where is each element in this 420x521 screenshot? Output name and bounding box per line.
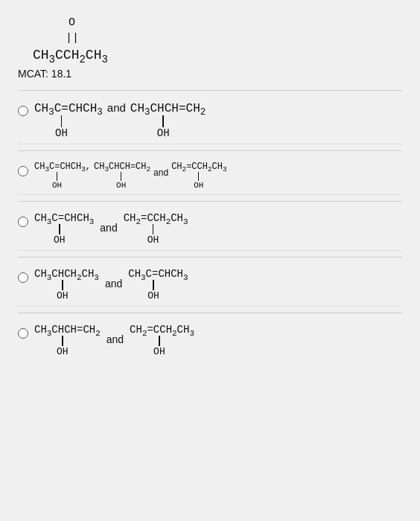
option-b-compound1b: CH3CHCH=CH2 OH (94, 162, 150, 190)
d-comp1-formula: CH3CHCH2CH3 (34, 268, 99, 280)
c-comp2-oh: OH (124, 224, 159, 246)
option-d-compound2: CH3C=CHCH3 OH (128, 268, 188, 301)
question-header: O || CH3CCH2CH3 MCAT: 18.1 (18, 15, 402, 80)
compound-display: O || CH3CCH2CH3 (33, 15, 402, 65)
option-c[interactable]: CH3C=CHCH3 OH and CH2=CCH2CH3 OH (18, 208, 402, 251)
radio-e[interactable] (18, 328, 28, 339)
c-comp1-oh: OH (34, 224, 66, 246)
option-a-and: and (107, 101, 126, 126)
radio-a[interactable] (18, 106, 28, 116)
divider-c (18, 201, 402, 202)
radio-d[interactable] (18, 272, 28, 283)
b-comp1b-oh: OH (94, 172, 126, 190)
option-e[interactable]: CH3CHCH=CH2 OH and CH2=CCH2CH3 OH (18, 319, 402, 362)
divider-b (18, 150, 402, 151)
option-b[interactable]: CH3C=CHCH3, OH CH3CHCH=CH2 OH and (18, 157, 402, 195)
option-c-compound1: CH3C=CHCH3 OH (34, 212, 94, 246)
compound-formula: CH3CCH2CH3 (33, 46, 402, 65)
d-comp2-oh: OH (128, 280, 159, 301)
e-comp2-oh: OH (130, 336, 165, 357)
option-b-and: and (153, 167, 168, 178)
option-e-and: and (106, 333, 124, 345)
b-comp2-oh: OH (171, 172, 203, 190)
b-comp1-formula: CH3C=CHCH3, (34, 162, 91, 172)
option-d-and: and (105, 278, 122, 290)
option-a-compound2: CH3CHCH=CH2 OH (130, 102, 206, 139)
option-e-compound2: CH2=CCH2CH3 OH (130, 324, 194, 357)
divider-top (18, 90, 402, 91)
e-comp1-oh: OH (34, 336, 69, 357)
option-c-and: and (100, 222, 117, 234)
option-d[interactable]: CH3CHCH2CH3 OH and CH3C=CHCH3 OH (18, 263, 402, 307)
e-comp1-formula: CH3CHCH=CH2 (34, 324, 101, 336)
b-comp2-formula: CH2=CCH2CH3 (171, 162, 226, 172)
divider-e (18, 313, 402, 313)
c-comp1-formula: CH3C=CHCH3 (34, 212, 94, 224)
compound2-formula: CH3CHCH=CH2 (130, 102, 206, 115)
c-comp2-formula: CH2=CCH2CH3 (124, 212, 188, 224)
mcat-score: MCAT: 18.1 (18, 68, 402, 80)
compound1-formula: CH3C=CHCH3 (34, 102, 103, 115)
b-comp1-oh: OH (34, 172, 62, 190)
double-bond-lines: || (66, 31, 402, 46)
option-d-compound1: CH3CHCH2CH3 OH (34, 268, 99, 301)
e-comp2-formula: CH2=CCH2CH3 (130, 324, 194, 336)
d-comp1-oh: OH (34, 280, 69, 301)
compound2-oh: OH (130, 115, 170, 139)
option-c-compound2: CH2=CCH2CH3 OH (124, 212, 188, 246)
oxygen-atom: O (69, 15, 402, 31)
divider-d (18, 257, 402, 258)
d-comp2-formula: CH3C=CHCH3 (128, 268, 188, 280)
option-b-compound2: CH2=CCH2CH3 OH (171, 162, 226, 190)
option-e-compound1: CH3CHCH=CH2 OH (34, 324, 101, 357)
radio-c[interactable] (18, 217, 28, 227)
option-a[interactable]: CH3C=CHCH3 OH and CH3CHCH=CH2 OH (18, 97, 402, 144)
radio-b[interactable] (18, 166, 28, 176)
b-comp1b-formula: CH3CHCH=CH2 (94, 162, 150, 172)
compound1-oh: OH (34, 115, 68, 139)
option-b-compound1: CH3C=CHCH3, OH (34, 162, 91, 190)
option-a-compound1: CH3C=CHCH3 OH (34, 102, 103, 139)
